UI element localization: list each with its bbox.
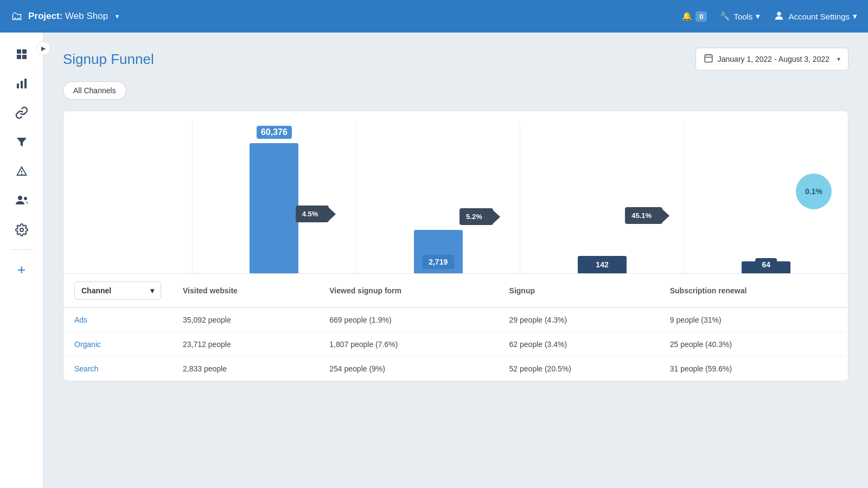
bar-2-badge: 2,719: [422, 255, 454, 269]
channel-cell-search[interactable]: Search: [63, 357, 172, 381]
svg-rect-5: [17, 84, 19, 88]
arrow-1: 4.5%: [296, 206, 329, 222]
topnav-right: 🔔 0 🔧 Tools ▾ Account Settings ▾: [682, 10, 857, 23]
funnel-table: Channel ▾ Visited website Viewed signup …: [63, 274, 848, 381]
tools-icon: 🔧: [720, 11, 730, 21]
bar-wrapper-3: 142 45.1%: [520, 122, 684, 273]
sidebar-item-charts[interactable]: [9, 70, 35, 97]
renewal-cell-search: 31 people (59.6%): [659, 357, 848, 381]
table-row: Search 2,833 people 254 people (9%) 52 p…: [63, 357, 848, 381]
project-selector[interactable]: 🗂 Project: Web Shop ▾: [11, 9, 119, 23]
date-range-picker[interactable]: January 1, 2022 - August 3, 2022 ▾: [695, 48, 848, 70]
svg-rect-1: [17, 49, 21, 54]
bar-2: 2,719 5.2%: [414, 230, 463, 273]
bar-3: 142 45.1%: [578, 256, 627, 273]
svg-rect-2: [22, 49, 27, 54]
svg-rect-3: [17, 55, 21, 59]
renewal-cell-organic: 25 people (40.3%): [659, 332, 848, 357]
svg-rect-4: [22, 55, 27, 59]
table-header: Channel ▾ Visited website Viewed signup …: [63, 274, 848, 308]
filter-row: All Channels: [63, 81, 848, 100]
top-navigation: 🗂 Project: Web Shop ▾ 🔔 0 🔧 Tools ▾ Acco…: [0, 0, 868, 33]
svg-rect-7: [24, 79, 27, 88]
sidebar-item-dashboard[interactable]: [9, 41, 35, 67]
bar-1-count: 60,376: [257, 126, 292, 139]
last-arrow-circle: 0.1%: [796, 174, 832, 209]
date-picker-chevron: ▾: [837, 55, 840, 63]
svg-point-0: [777, 11, 781, 15]
notification-badge: 0: [695, 11, 707, 22]
sidebar-item-alerts[interactable]: [9, 158, 35, 184]
funnel-col-empty: [63, 122, 193, 273]
signup-header: Signup: [499, 274, 659, 308]
date-range-text: January 1, 2022 - August 3, 2022: [718, 55, 829, 63]
body-layout: ▶ + Signup Funnel: [0, 33, 868, 488]
viewed-header: Viewed signup form: [318, 274, 498, 308]
all-channels-filter[interactable]: All Channels: [63, 81, 126, 100]
bar-4-badge: 64: [756, 258, 777, 271]
tools-dropdown-icon: ▾: [756, 11, 760, 21]
page-title: Signup Funnel: [63, 51, 154, 68]
arrow-3: 45.1%: [625, 207, 662, 224]
table-body: Ads 35,092 people 669 people (1.9%) 29 p…: [63, 308, 848, 381]
channel-cell-ads[interactable]: Ads: [63, 308, 172, 332]
visited-header: Visited website: [172, 274, 318, 308]
sidebar-divider: [11, 249, 33, 250]
visited-cell-ads: 35,092 people: [172, 308, 318, 332]
channel-header: Channel ▾: [63, 274, 172, 308]
visited-cell-organic: 23,712 people: [172, 332, 318, 357]
viewed-cell-search: 254 people (9%): [318, 357, 498, 381]
table-row: Organic 23,712 people 1,807 people (7.6%…: [63, 332, 848, 357]
signup-cell-search: 52 people (20.5%): [499, 357, 659, 381]
svg-point-8: [18, 196, 22, 200]
tools-button[interactable]: 🔧 Tools ▾: [720, 11, 760, 21]
sidebar-toggle[interactable]: ▶: [36, 41, 50, 55]
calendar-icon: [704, 53, 713, 65]
project-dropdown-icon: ▾: [116, 12, 119, 20]
bar-wrapper-2: 2,719 5.2%: [356, 122, 520, 273]
sidebar-item-links[interactable]: [9, 100, 35, 126]
bar-1: 60,376 4.5%: [250, 143, 298, 273]
account-icon: [773, 10, 785, 23]
funnel-col-2: 2,719 5.2%: [356, 122, 520, 273]
chart-container: 60,376 4.5% 2,719: [63, 111, 848, 381]
visited-cell-search: 2,833 people: [172, 357, 318, 381]
account-settings-button[interactable]: Account Settings ▾: [773, 10, 857, 23]
account-dropdown-icon: ▾: [853, 11, 857, 21]
channel-select-label: Channel: [81, 286, 111, 295]
viewed-cell-organic: 1,807 people (7.6%): [318, 332, 498, 357]
viewed-cell-ads: 669 people (1.9%): [318, 308, 498, 332]
svg-point-10: [20, 228, 23, 232]
sidebar: ▶ +: [0, 33, 43, 488]
renewal-header: Subscription renewal: [659, 274, 848, 308]
signup-cell-ads: 29 people (4.3%): [499, 308, 659, 332]
channel-select[interactable]: Channel ▾: [74, 281, 161, 300]
table-row: Ads 35,092 people 669 people (1.9%) 29 p…: [63, 308, 848, 332]
notifications-button[interactable]: 🔔 0: [682, 11, 707, 22]
signup-cell-organic: 62 people (3.4%): [499, 332, 659, 357]
funnel-col-4: 64 0.1%: [685, 122, 848, 273]
bar-4: 64: [742, 261, 790, 273]
bar-3-badge: 142: [589, 258, 615, 271]
project-label: Project: Web Shop: [28, 11, 108, 22]
bar-wrapper-1: 60,376 4.5%: [193, 122, 356, 273]
funnel-chart: 60,376 4.5% 2,719: [63, 111, 848, 274]
svg-point-9: [24, 197, 27, 200]
svg-rect-11: [705, 55, 712, 62]
bell-icon: 🔔: [682, 11, 692, 21]
arrow-2: 5.2%: [459, 208, 493, 225]
main-content: Signup Funnel January 1, 2022 - August 3…: [43, 33, 868, 488]
sidebar-add-button[interactable]: +: [9, 256, 35, 282]
sidebar-item-users[interactable]: [9, 188, 35, 214]
funnel-col-1: 60,376 4.5%: [193, 122, 356, 273]
funnel-col-3: 142 45.1%: [520, 122, 684, 273]
renewal-cell-ads: 9 people (31%): [659, 308, 848, 332]
channel-select-chevron: ▾: [150, 286, 154, 295]
svg-rect-6: [21, 81, 23, 88]
data-table: Channel ▾ Visited website Viewed signup …: [63, 274, 848, 381]
folder-icon: 🗂: [11, 9, 23, 23]
sidebar-item-filters[interactable]: [9, 129, 35, 155]
channel-cell-organic[interactable]: Organic: [63, 332, 172, 357]
page-header: Signup Funnel January 1, 2022 - August 3…: [63, 48, 848, 70]
sidebar-item-settings[interactable]: [9, 217, 35, 243]
